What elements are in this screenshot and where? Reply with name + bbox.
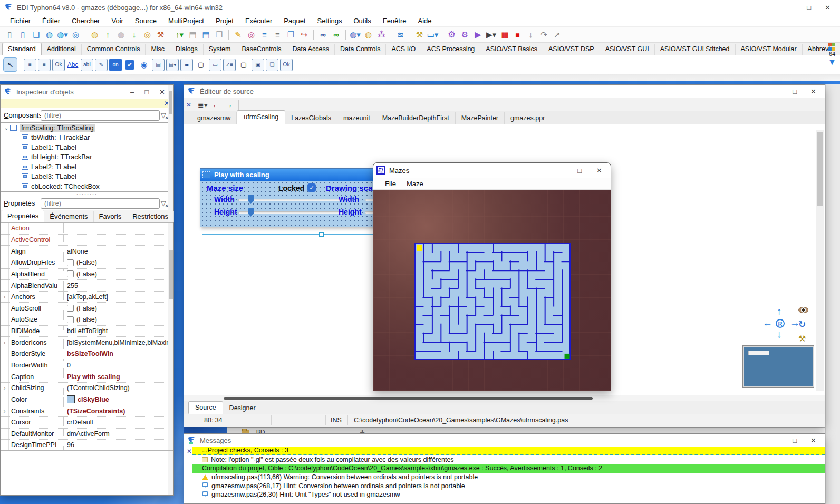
gears-icon[interactable]: ⚙ <box>459 28 471 41</box>
property-row[interactable]: Action <box>1 223 173 235</box>
menu-item[interactable]: Voir <box>105 17 129 25</box>
checkbox[interactable] <box>67 305 74 312</box>
property-row[interactable]: › Anchors [akTop,akLeft] <box>1 292 173 303</box>
checklistbox-component[interactable]: ✓≡ <box>223 59 236 71</box>
file-tab[interactable]: LazesGlobals <box>285 112 337 124</box>
message-row[interactable]: Note: l'option "-gl" est passée deux foi… <box>192 455 825 464</box>
package-editor-icon[interactable]: ◍ <box>362 28 374 41</box>
mazes-title-bar[interactable]: Mazes <box>373 163 611 178</box>
inspector-tab[interactable]: Favoris <box>94 211 128 222</box>
unit-info-icon[interactable]: ≡ <box>272 28 284 41</box>
eye-icon[interactable] <box>798 307 808 313</box>
mazes-menu-item[interactable]: Maze <box>401 180 429 188</box>
groupbox-component[interactable]: ▢ <box>195 59 207 71</box>
new-unit-icon[interactable]: ▯ <box>4 28 16 41</box>
property-value[interactable]: Play with scaling <box>64 371 173 382</box>
nav-up-icon[interactable]: ↑ <box>777 306 782 317</box>
togglebox-component[interactable]: on <box>109 59 122 71</box>
build-globe-icon[interactable]: ⚒ <box>155 28 167 41</box>
tree-item[interactable]: cbLocked: TCheckBox <box>1 181 173 191</box>
splitter-handle[interactable]: ········ <box>1 192 173 196</box>
menu-item[interactable]: Fenêtre <box>377 17 412 25</box>
edit-source-icon[interactable]: ✎ <box>232 28 244 41</box>
pause-icon[interactable]: ▮▮ <box>498 28 510 41</box>
new-form-icon[interactable]: ▯ <box>17 28 29 41</box>
minimize-button[interactable] <box>789 4 793 12</box>
property-value[interactable]: 96 <box>64 440 173 451</box>
palette-tab[interactable]: BaseControls <box>236 44 287 55</box>
property-row[interactable]: ActiveControl <box>1 235 173 246</box>
palette-tab[interactable]: ASIO/VST Modular <box>736 44 803 55</box>
property-row[interactable]: › ChildSizing (TControlChildSizing) <box>1 383 173 394</box>
editor-minimize-button[interactable] <box>775 88 779 95</box>
button-component[interactable]: Ok <box>52 59 65 71</box>
open-unit-menu-icon[interactable]: ◍▾ <box>56 28 69 41</box>
open-package-icon[interactable]: ◍▾ <box>349 28 361 41</box>
property-value[interactable]: (False) <box>64 257 173 268</box>
nav-center-icon[interactable]: R <box>776 319 785 328</box>
find-in-files-icon[interactable]: ◎ <box>70 28 82 41</box>
run-params-icon[interactable]: ▶▾ <box>485 28 497 41</box>
message-row[interactable]: Compilation du projet, Cible : C:\codety… <box>192 464 825 473</box>
file-tab[interactable]: ufrmScaling <box>237 110 285 124</box>
unit-dependencies-icon[interactable]: ≡ <box>258 28 271 41</box>
editor-hscrollbar[interactable] <box>184 395 825 401</box>
new-frame-icon[interactable]: ❏ <box>30 28 42 41</box>
property-row[interactable]: AutoSize (False) <box>1 314 173 326</box>
menu-item[interactable]: Exécuter <box>239 17 278 25</box>
monitor-icon[interactable]: ▭▾ <box>427 28 439 41</box>
property-row[interactable]: BorderStyle bsSizeToolWin <box>1 348 173 360</box>
property-row[interactable]: AllowDropFiles (False) <box>1 257 173 269</box>
frame-component[interactable]: ❏ <box>266 59 278 71</box>
message-row[interactable]: ufrmscaling.pas(113,66) Warning: Convers… <box>192 473 825 482</box>
editor-vscrollbar[interactable] <box>816 130 824 391</box>
palette-tab[interactable]: Common Controls <box>82 44 146 55</box>
menu-item[interactable]: Projet <box>210 17 239 25</box>
property-grid-scrollbar[interactable] <box>168 223 173 450</box>
toolbar-separator[interactable] <box>410 30 410 40</box>
property-row[interactable]: AlphaBlend (False) <box>1 269 173 280</box>
back-icon[interactable]: ← <box>212 100 220 110</box>
property-row[interactable]: AlphaBlendValu 255 <box>1 280 173 292</box>
property-value[interactable]: (TSizeConstraints) <box>64 405 173 416</box>
window-stack-icon[interactable]: ❐ <box>285 28 297 41</box>
property-row[interactable]: › BorderIcons [biSystemMenu,biMinimize,b… <box>1 337 173 348</box>
property-value[interactable]: [biSystemMenu,biMinimize,biMaximi <box>64 337 173 348</box>
palette-tab[interactable]: ASIO/VST GUI Stitched <box>655 44 736 55</box>
menu-item[interactable]: Aide <box>412 17 438 25</box>
listbox-component[interactable]: ▤ <box>152 59 165 71</box>
palette-tab[interactable]: ASIO/VST DSP <box>543 44 600 55</box>
package-graph-icon[interactable]: ⁂ <box>375 28 388 41</box>
file-tab[interactable]: gmazesmw <box>191 112 237 124</box>
checkbox[interactable] <box>67 270 74 277</box>
inspector-tab[interactable]: Propriétés <box>2 210 44 222</box>
close-button[interactable] <box>825 4 831 12</box>
property-value[interactable]: clSkyBlue <box>64 394 173 405</box>
menu-item[interactable]: MultiProject <box>162 17 210 25</box>
file-tab[interactable]: gmazes.ppr <box>505 112 551 124</box>
waves-icon[interactable]: ≋ <box>394 28 407 41</box>
toolbar-separator[interactable] <box>228 30 229 40</box>
property-value[interactable]: dmActiveForm <box>64 429 173 440</box>
file-tab[interactable]: MazePainter <box>456 112 505 124</box>
toolbar-separator[interactable] <box>345 30 346 40</box>
stop-icon[interactable]: ■ <box>511 28 524 41</box>
property-row[interactable]: Align alNone <box>1 246 173 257</box>
tree-item[interactable]: Label2: TLabel <box>1 162 173 172</box>
property-value[interactable]: [akTop,akLeft] <box>64 292 173 303</box>
property-row[interactable]: AutoScroll (False) <box>1 303 173 314</box>
memo-component[interactable]: ✎ <box>95 59 108 71</box>
save-all-icon[interactable]: ▤ <box>200 28 212 41</box>
property-value[interactable]: bdLeftToRight <box>64 326 173 337</box>
locked-checkbox[interactable] <box>307 183 316 192</box>
file-tab[interactable]: MazeBuilderDepthFirst <box>376 112 456 124</box>
property-row[interactable]: BiDiMode bdLeftToRight <box>1 326 173 337</box>
editor-maximize-button[interactable] <box>793 88 797 95</box>
options-gear-icon[interactable]: ⚙ <box>446 28 458 41</box>
page-list-icon[interactable]: ≣▾ <box>198 101 208 109</box>
property-value[interactable]: (False) <box>64 269 173 280</box>
property-value[interactable] <box>64 235 173 246</box>
property-row[interactable]: Cursor crDefault <box>1 417 173 429</box>
messages-close-button[interactable] <box>810 437 816 444</box>
shape-component[interactable]: ▢ <box>237 59 250 71</box>
